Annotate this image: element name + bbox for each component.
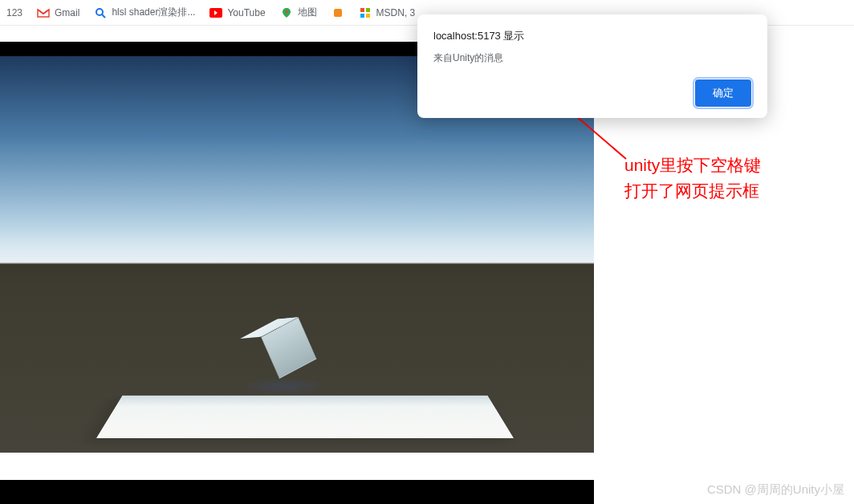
svg-line-1 [102, 14, 105, 18]
watermark: CSDN @周周的Unity小屋 [707, 482, 844, 498]
annotation-text: unity里按下空格键 打开了网页提示框 [624, 152, 761, 203]
bookmark-label: 123 [6, 7, 22, 18]
msdn-icon [359, 6, 372, 19]
maps-icon [280, 6, 293, 19]
alert-button-row: 确定 [433, 79, 751, 107]
svg-rect-3 [334, 9, 342, 17]
generic-icon [331, 6, 344, 19]
annotation-line1: unity里按下空格键 [624, 152, 761, 178]
alert-title: localhost:5173 显示 [433, 29, 751, 43]
svg-rect-5 [366, 8, 370, 12]
bookmark-label: Gmail [55, 7, 79, 18]
bookmark-hlsl[interactable]: hlsl shader渲染排... [94, 6, 195, 19]
bookmark-label: 地图 [298, 6, 317, 19]
svg-point-2 [285, 10, 287, 13]
svg-rect-6 [360, 14, 364, 18]
bookmark-youtube[interactable]: YouTube [209, 6, 265, 19]
bookmark-maps[interactable]: 地图 [280, 6, 317, 19]
bookmark-msdn[interactable]: MSDN, 3 [359, 6, 416, 19]
bookmark-unknown[interactable] [331, 6, 344, 19]
youtube-icon [209, 6, 222, 19]
gmail-icon [37, 6, 50, 19]
search-icon [94, 6, 107, 19]
svg-point-0 [96, 9, 103, 15]
ground-plane [96, 396, 514, 438]
bookmark-label: hlsl shader渲染排... [112, 6, 195, 19]
letterbox-bottom [0, 480, 594, 504]
svg-rect-7 [366, 14, 370, 18]
alert-message: 来自Unity的消息 [433, 51, 751, 65]
bookmark-label: MSDN, 3 [376, 7, 416, 18]
annotation-line2: 打开了网页提示框 [624, 178, 761, 204]
ok-button[interactable]: 确定 [695, 79, 751, 107]
bookmark-gmail[interactable]: Gmail [37, 6, 79, 19]
svg-rect-4 [360, 8, 364, 12]
bookmark-123[interactable]: 123 [6, 7, 22, 18]
bookmark-label: YouTube [227, 7, 265, 18]
alert-dialog: localhost:5173 显示 来自Unity的消息 确定 [417, 14, 767, 118]
